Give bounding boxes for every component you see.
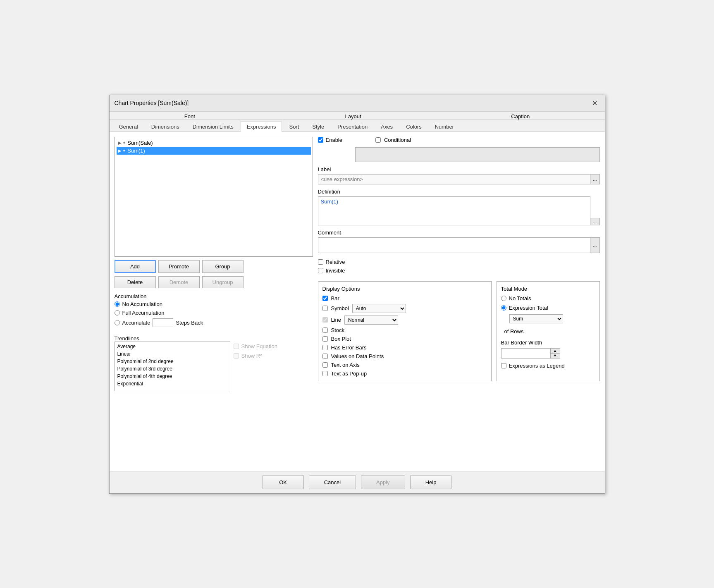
definition-dots-button[interactable]: ... — [590, 218, 599, 225]
tab-number[interactable]: Number — [429, 122, 460, 131]
bar-border-spinner: 0 pt ▲ ▼ — [501, 348, 595, 359]
tab-dimensions[interactable]: Dimensions — [145, 122, 186, 131]
delete-button[interactable]: Delete — [115, 276, 156, 288]
expr-total-row: Expression Total — [501, 305, 595, 311]
group-button[interactable]: Group — [202, 260, 244, 273]
stock-row: Stock — [322, 327, 487, 333]
trendline-exponential[interactable]: Exponential — [116, 380, 229, 387]
conditional-input[interactable] — [355, 147, 600, 162]
symbol-dropdown[interactable]: Auto Circle Square — [352, 304, 406, 313]
tab-axes[interactable]: Axes — [375, 122, 399, 131]
trendlines-title: Trendlines — [115, 335, 313, 342]
expr-item-sum-sale[interactable]: ▶ ✦ Sum(Sale) — [117, 139, 311, 147]
expression-list[interactable]: ▶ ✦ Sum(Sale) ▶ ✦ Sum(1) — [115, 137, 313, 257]
no-totals-row: No Totals — [501, 295, 595, 301]
symbol-row: Symbol Auto Circle Square — [322, 304, 487, 313]
line-checkbox[interactable] — [322, 317, 328, 323]
symbol-checkbox[interactable] — [322, 306, 328, 311]
enable-row: Enable — [318, 137, 342, 143]
ungroup-button[interactable]: Ungroup — [202, 276, 244, 288]
right-panel: Enable Conditional Label ... — [318, 137, 600, 466]
tab-general[interactable]: General — [113, 122, 144, 131]
trendline-list[interactable]: Average Linear Polynomial of 2nd degree … — [115, 342, 230, 391]
sum-select[interactable]: Sum Avg Max Min — [509, 314, 563, 323]
values-data-label: Values on Data Points — [331, 353, 384, 359]
enable-checkbox[interactable] — [318, 137, 323, 143]
definition-field-section: Definition Sum(1) ... — [318, 189, 600, 225]
box-plot-label: Box Plot — [331, 336, 351, 342]
btn-row-1: Add Promote Group — [115, 260, 313, 273]
ok-button[interactable]: OK — [263, 476, 304, 489]
steps-input[interactable]: 10 — [153, 318, 173, 327]
relative-checkbox[interactable] — [318, 259, 323, 265]
full-accumulation-radio[interactable] — [115, 310, 120, 316]
no-accumulation-row: No Accumulation — [115, 301, 313, 307]
expr-legend-label: Expressions as Legend — [509, 363, 565, 369]
expr-total-radio[interactable] — [501, 305, 506, 311]
close-button[interactable]: ✕ — [590, 98, 600, 108]
label-input[interactable] — [318, 174, 591, 184]
comment-dots-button[interactable]: ... — [590, 237, 599, 253]
apply-button[interactable]: Apply — [361, 476, 405, 489]
tab-group-font: Font — [184, 113, 195, 120]
text-axis-checkbox[interactable] — [322, 362, 328, 368]
bar-checkbox[interactable] — [322, 296, 328, 301]
dialog-title: Chart Properties [Sum(Sale)] — [115, 100, 189, 106]
add-button[interactable]: Add — [115, 260, 156, 273]
accumulate-radio[interactable] — [115, 320, 120, 325]
values-data-checkbox[interactable] — [322, 354, 328, 359]
invisible-label: Invisible — [326, 268, 345, 274]
spinner-up-button[interactable]: ▲ — [551, 349, 560, 354]
btn-row-2: Delete Demote Ungroup — [115, 276, 313, 288]
conditional-checkbox[interactable] — [375, 137, 381, 143]
definition-textarea[interactable]: Sum(1) — [318, 196, 591, 225]
show-r2-label: Show R² — [241, 353, 262, 359]
steps-label: Steps Back — [176, 320, 203, 326]
tab-group-layout: Layout — [345, 113, 361, 120]
trendline-poly4[interactable]: Polynomial of 4th degree — [116, 373, 229, 380]
trendline-linear[interactable]: Linear — [116, 350, 229, 358]
bar-border-input[interactable]: 0 pt — [501, 348, 551, 359]
bar-label: Bar — [331, 295, 339, 301]
help-button[interactable]: Help — [410, 476, 452, 489]
chart-properties-dialog: Chart Properties [Sum(Sale)] ✕ Font Layo… — [109, 95, 605, 494]
relative-label: Relative — [326, 259, 345, 265]
demote-button[interactable]: Demote — [158, 276, 200, 288]
comment-input[interactable] — [318, 237, 591, 253]
trendline-poly2[interactable]: Polynomial of 2nd degree — [116, 358, 229, 365]
conditional-input-area — [318, 147, 600, 162]
tab-presentation[interactable]: Presentation — [331, 122, 374, 131]
tab-style[interactable]: Style — [306, 122, 330, 131]
tab-sort[interactable]: Sort — [283, 122, 305, 131]
show-r2-checkbox[interactable] — [234, 353, 239, 359]
tab-colors[interactable]: Colors — [400, 122, 428, 131]
promote-button[interactable]: Promote — [158, 260, 200, 273]
no-accumulation-radio[interactable] — [115, 301, 120, 307]
line-dropdown[interactable]: Normal Thin Thick — [344, 316, 398, 325]
tab-expressions[interactable]: Expressions — [241, 122, 282, 132]
title-bar: Chart Properties [Sum(Sale)] ✕ — [110, 95, 605, 112]
spinner-down-button[interactable]: ▼ — [551, 354, 560, 358]
error-bars-row: Has Error Bars — [322, 344, 487, 351]
error-bars-checkbox[interactable] — [322, 345, 328, 350]
box-plot-checkbox[interactable] — [322, 336, 328, 342]
conditional-label: Conditional — [384, 137, 411, 143]
definition-input-row: Sum(1) ... — [318, 196, 600, 225]
trendline-average[interactable]: Average — [116, 343, 229, 350]
invisible-checkbox[interactable] — [318, 268, 323, 273]
text-axis-label: Text on Axis — [331, 362, 360, 368]
expr-legend-checkbox[interactable] — [501, 363, 506, 368]
no-totals-radio[interactable] — [501, 296, 506, 301]
label-dots-button[interactable]: ... — [590, 174, 599, 184]
trendline-poly3[interactable]: Polynomial of 3rd degree — [116, 365, 229, 373]
show-equation-checkbox[interactable] — [234, 344, 239, 349]
text-popup-checkbox[interactable] — [322, 371, 328, 376]
cancel-button[interactable]: Cancel — [309, 476, 356, 489]
content-area: ▶ ✦ Sum(Sale) ▶ ✦ Sum(1) Add Promote Gro… — [110, 132, 605, 471]
tab-dimension-limits[interactable]: Dimension Limits — [186, 122, 240, 131]
stock-checkbox[interactable] — [322, 327, 328, 333]
definition-label: Definition — [318, 189, 600, 195]
tabs-row: General Dimensions Dimension Limits Expr… — [110, 120, 605, 132]
spinner-buttons: ▲ ▼ — [551, 348, 560, 359]
expr-item-sum-1[interactable]: ▶ ✦ Sum(1) — [117, 147, 311, 155]
